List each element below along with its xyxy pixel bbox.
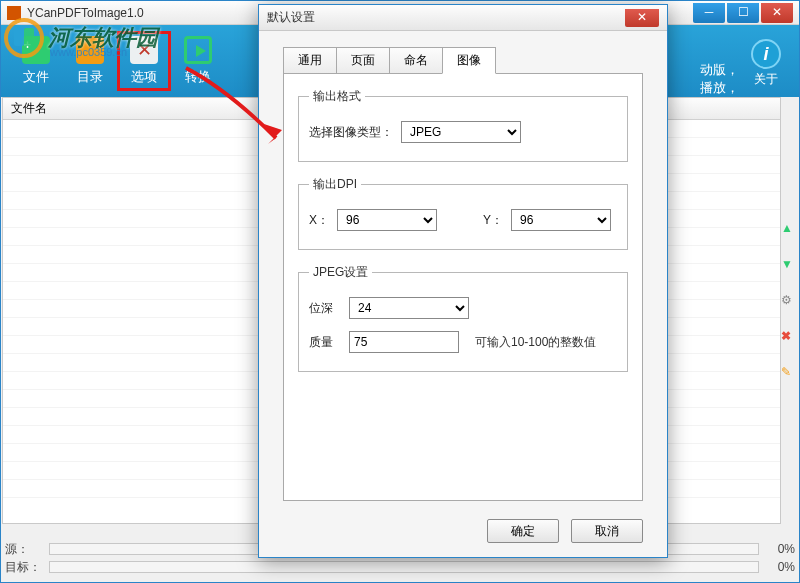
status-source-label: 源： <box>5 541 43 558</box>
toolbar-dir-label: 目录 <box>63 68 117 86</box>
toolbar-options-label: 选项 <box>122 68 166 86</box>
maximize-button[interactable]: ☐ <box>727 3 759 23</box>
toolbar-dir-button[interactable]: 目录 <box>63 36 117 86</box>
dialog-title: 默认设置 <box>267 9 625 26</box>
dialog-titlebar: 默认设置 ✕ <box>259 5 667 31</box>
remove-button[interactable] <box>781 329 797 345</box>
quality-input[interactable] <box>349 331 459 353</box>
target-pct: 0% <box>765 560 795 574</box>
toolbar-info-text: 动版， 播放， <box>700 61 739 97</box>
window-controls: ─ ☐ ✕ <box>691 3 793 23</box>
image-type-label: 选择图像类型： <box>309 124 393 141</box>
tools-icon <box>130 36 158 64</box>
bit-depth-label: 位深 <box>309 300 341 317</box>
clear-button[interactable] <box>781 365 797 381</box>
dialog-tabs: 通用 页面 命名 图像 <box>283 47 667 74</box>
jpeg-settings-group: JPEG设置 位深 24 质量 可输入10-100的整数值 <box>298 264 628 372</box>
toolbar-file-button[interactable]: 文件 <box>9 36 63 86</box>
file-add-icon <box>22 36 50 64</box>
toolbar-convert-label: 转换 <box>171 68 225 86</box>
image-type-select[interactable]: JPEG <box>401 121 521 143</box>
minimize-button[interactable]: ─ <box>693 3 725 23</box>
folder-icon <box>76 36 104 64</box>
tab-page[interactable]: 页面 <box>336 47 390 74</box>
tab-image[interactable]: 图像 <box>442 47 496 74</box>
move-down-button[interactable] <box>781 257 797 273</box>
target-progress <box>49 561 759 573</box>
info-icon: i <box>751 39 781 69</box>
quality-hint: 可输入10-100的整数值 <box>475 334 596 351</box>
settings-dialog: 默认设置 ✕ 通用 页面 命名 图像 输出格式 选择图像类型： JPEG 输出D… <box>258 4 668 558</box>
tab-naming[interactable]: 命名 <box>389 47 443 74</box>
dpi-x-label: X： <box>309 212 329 229</box>
output-dpi-group: 输出DPI X： 96 Y： 96 <box>298 176 628 250</box>
tab-general[interactable]: 通用 <box>283 47 337 74</box>
status-target-label: 目标： <box>5 559 43 576</box>
about-button[interactable]: i 关于 <box>749 39 783 88</box>
side-action-bar <box>780 221 798 381</box>
source-pct: 0% <box>765 542 795 556</box>
quality-label: 质量 <box>309 334 341 351</box>
cancel-button[interactable]: 取消 <box>571 519 643 543</box>
dialog-buttons: 确定 取消 <box>487 519 643 543</box>
status-target-row: 目标： 0% <box>5 558 795 576</box>
toolbar-options-button[interactable]: 选项 <box>117 31 171 91</box>
about-label: 关于 <box>749 71 783 88</box>
close-button[interactable]: ✕ <box>761 3 793 23</box>
dpi-x-select[interactable]: 96 <box>337 209 437 231</box>
settings-button[interactable] <box>781 293 797 309</box>
output-format-legend: 输出格式 <box>309 88 365 105</box>
move-up-button[interactable] <box>781 221 797 237</box>
toolbar-file-label: 文件 <box>9 68 63 86</box>
play-icon <box>184 36 212 64</box>
jpeg-settings-legend: JPEG设置 <box>309 264 372 281</box>
output-dpi-legend: 输出DPI <box>309 176 361 193</box>
output-format-group: 输出格式 选择图像类型： JPEG <box>298 88 628 162</box>
tab-panel-image: 输出格式 选择图像类型： JPEG 输出DPI X： 96 Y： 96 JPEG… <box>283 73 643 501</box>
app-icon <box>7 6 21 20</box>
toolbar-convert-button[interactable]: 转换 <box>171 36 225 86</box>
bit-depth-select[interactable]: 24 <box>349 297 469 319</box>
dpi-y-label: Y： <box>483 212 503 229</box>
ok-button[interactable]: 确定 <box>487 519 559 543</box>
dialog-close-button[interactable]: ✕ <box>625 9 659 27</box>
dpi-y-select[interactable]: 96 <box>511 209 611 231</box>
column-filename[interactable]: 文件名 <box>11 100 47 117</box>
